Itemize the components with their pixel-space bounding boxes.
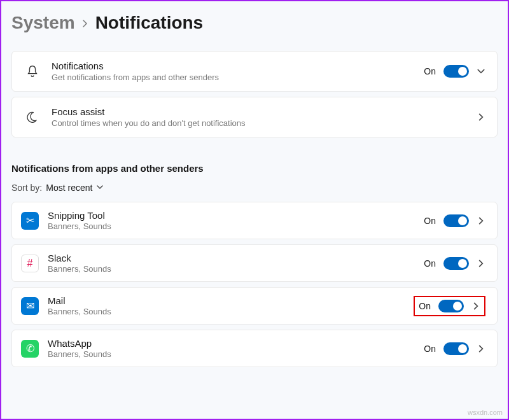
chevron-right-icon[interactable] <box>477 344 485 353</box>
chevron-down-icon[interactable] <box>477 67 485 76</box>
app-desc: Banners, Sounds <box>48 264 415 274</box>
chevron-right-icon[interactable] <box>471 302 480 311</box>
chevron-right-icon <box>81 16 89 31</box>
card-desc: Get notifications from apps and other se… <box>52 73 414 82</box>
breadcrumb: System Notifications <box>11 13 498 33</box>
app-row-slack[interactable]: #SlackBanners, SoundsOn <box>11 244 498 282</box>
notifications-master-card[interactable]: Notifications Get notifications from app… <box>11 51 498 92</box>
app-toggle[interactable] <box>443 342 469 355</box>
snipping-tool-icon: ✂ <box>21 212 39 230</box>
breadcrumb-current: Notifications <box>95 13 204 33</box>
app-name: Mail <box>48 295 405 306</box>
notifications-master-toggle[interactable] <box>443 65 469 78</box>
sort-label: Sort by: <box>11 183 42 193</box>
app-toggle[interactable] <box>443 257 469 270</box>
app-toggle[interactable] <box>443 214 469 227</box>
focus-assist-card[interactable]: Focus assist Control times when you do a… <box>11 97 498 137</box>
moon-icon <box>24 108 41 126</box>
slack-icon: # <box>21 255 39 272</box>
app-row-snipping-tool[interactable]: ✂Snipping ToolBanners, SoundsOn <box>11 202 498 239</box>
card-title: Focus assist <box>52 106 466 117</box>
toggle-state-label: On <box>424 66 436 76</box>
card-desc: Control times when you do and don't get … <box>52 118 466 128</box>
highlight-annotation: On <box>414 296 485 316</box>
sort-by-dropdown[interactable]: Sort by: Most recent <box>11 183 498 193</box>
app-row-mail[interactable]: ✉MailBanners, SoundsOn <box>11 287 498 325</box>
watermark: wsxdn.com <box>468 409 503 416</box>
chevron-right-icon[interactable] <box>477 113 485 122</box>
app-desc: Banners, Sounds <box>48 221 415 231</box>
app-row-whatsapp[interactable]: ✆WhatsAppBanners, SoundsOn <box>11 330 498 367</box>
breadcrumb-parent[interactable]: System <box>11 13 75 33</box>
toggle-state-label: On <box>424 258 436 269</box>
toggle-state-label: On <box>419 301 431 311</box>
app-name: Snipping Tool <box>48 210 415 221</box>
toggle-state-label: On <box>424 216 436 226</box>
apps-section-title: Notifications from apps and other sender… <box>11 163 498 174</box>
mail-icon: ✉ <box>21 297 39 315</box>
whatsapp-icon: ✆ <box>21 340 39 358</box>
toggle-state-label: On <box>424 344 436 354</box>
bell-icon <box>24 62 41 80</box>
app-desc: Banners, Sounds <box>48 349 415 359</box>
card-title: Notifications <box>52 60 414 71</box>
chevron-right-icon[interactable] <box>477 259 485 268</box>
sort-value: Most recent <box>46 183 92 193</box>
app-desc: Banners, Sounds <box>48 307 405 316</box>
app-toggle[interactable] <box>438 300 464 312</box>
chevron-right-icon[interactable] <box>477 216 485 225</box>
app-name: WhatsApp <box>48 338 415 349</box>
app-name: Slack <box>48 253 415 263</box>
chevron-down-icon <box>96 183 104 193</box>
